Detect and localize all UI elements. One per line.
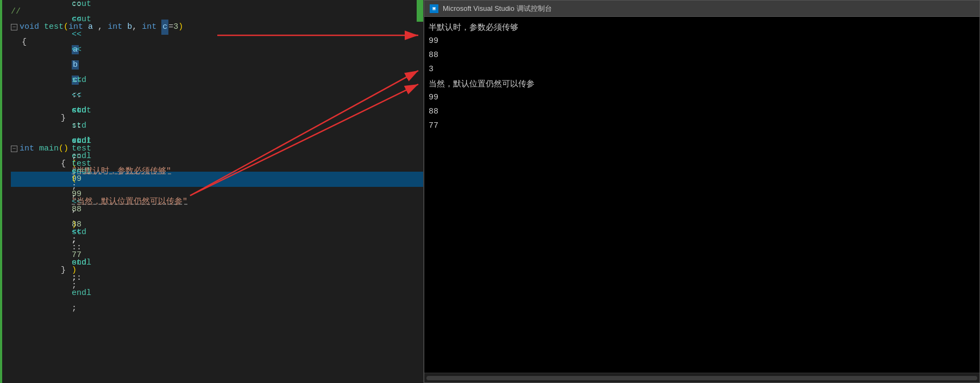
vs-icon: ▣ — [430, 4, 438, 13]
code-content: // − void test ( int a , int b , int c =… — [0, 0, 423, 282]
console-output-line: 3 — [429, 62, 975, 77]
console-output-line: 88 — [429, 48, 975, 62]
console-output-line: 77 — [429, 119, 975, 133]
console-body[interactable]: 半默认时，参数必须传够 99 88 3 当然，默认位置仍然可以传参 99 88 … — [424, 17, 979, 373]
console-titlebar: ▣ Microsoft Visual Studio 调试控制台 — [424, 1, 979, 17]
console-title: Microsoft Visual Studio 调试控制台 — [443, 4, 552, 14]
console-output-line: 99 — [429, 34, 975, 48]
console-output-line: 半默认时，参数必须传够 — [429, 20, 975, 34]
console-scrollbar[interactable] — [424, 373, 979, 382]
console-output-line: 99 — [429, 91, 975, 105]
console-output-line: 88 — [429, 105, 975, 119]
scrollbar-track — [426, 376, 977, 380]
console-panel: ▣ Microsoft Visual Studio 调试控制台 半默认时，参数必… — [424, 0, 980, 383]
console-output-line: 当然，默认位置仍然可以传参 — [429, 77, 975, 91]
code-editor[interactable]: // − void test ( int a , int b , int c =… — [0, 0, 424, 383]
code-line: test ( 99 , 88 , 77 ) ; — [11, 217, 423, 233]
